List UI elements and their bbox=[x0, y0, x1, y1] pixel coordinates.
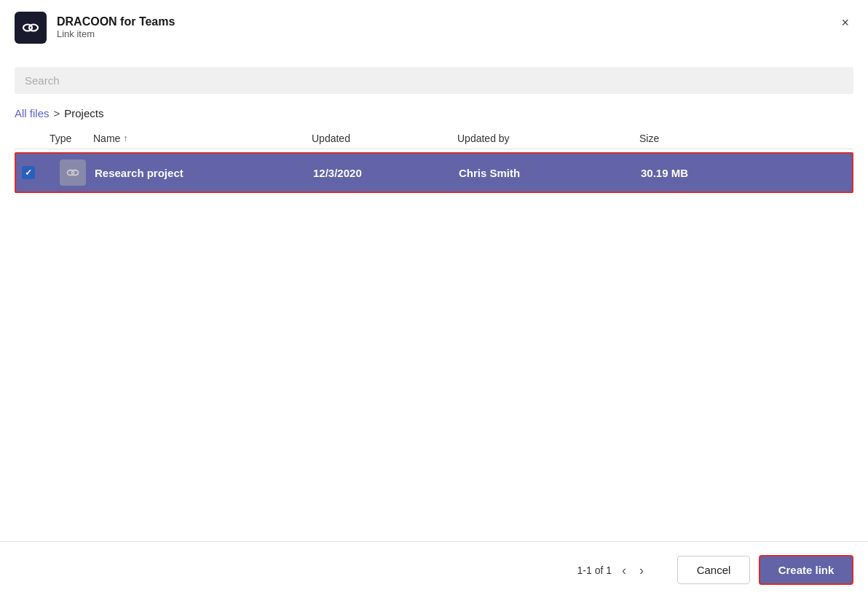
breadcrumb-all-files[interactable]: All files bbox=[15, 107, 50, 119]
row-size: 30.19 MB bbox=[641, 167, 750, 179]
search-area bbox=[0, 54, 868, 104]
row-updated-by: Chris Smith bbox=[459, 167, 641, 179]
pagination: 1-1 of 1 ‹ › bbox=[577, 562, 647, 578]
create-link-button[interactable]: Create link bbox=[759, 555, 853, 585]
app-logo bbox=[15, 12, 47, 44]
close-button[interactable]: × bbox=[837, 13, 853, 32]
col-header-updated-by: Updated by bbox=[457, 133, 639, 144]
col-header-checkbox bbox=[20, 133, 50, 144]
footer: 1-1 of 1 ‹ › Cancel Create link bbox=[0, 542, 868, 598]
row-name: Research project bbox=[95, 167, 313, 179]
breadcrumb: All files > Projects bbox=[0, 104, 868, 128]
col-header-updated: Updated bbox=[312, 133, 457, 144]
pagination-label: 1-1 of 1 bbox=[577, 564, 612, 576]
cancel-button[interactable]: Cancel bbox=[677, 556, 750, 584]
dialog-subtitle: Link item bbox=[57, 28, 175, 41]
pagination-next[interactable]: › bbox=[636, 562, 647, 578]
table-area: Type Name ↑ Updated Updated by Size bbox=[0, 128, 868, 541]
table-row[interactable]: Research project 12/3/2020 Chris Smith 3… bbox=[15, 152, 853, 193]
col-header-name[interactable]: Name ↑ bbox=[93, 133, 312, 144]
header-text: DRACOON for Teams Link item bbox=[57, 15, 175, 41]
svg-point-1 bbox=[29, 25, 38, 31]
breadcrumb-separator: > bbox=[54, 107, 60, 119]
row-type-cell bbox=[51, 160, 95, 186]
checkbox-checked[interactable] bbox=[22, 166, 35, 179]
row-updated: 12/3/2020 bbox=[313, 167, 459, 179]
dialog: DRACOON for Teams Link item × All files … bbox=[0, 0, 868, 598]
row-checkbox-cell bbox=[22, 166, 51, 179]
sort-icon: ↑ bbox=[123, 133, 127, 143]
svg-point-3 bbox=[72, 170, 79, 176]
col-header-size: Size bbox=[639, 133, 749, 144]
app-title: DRACOON for Teams bbox=[57, 15, 175, 28]
breadcrumb-current: Projects bbox=[64, 107, 103, 119]
search-input[interactable] bbox=[15, 67, 853, 94]
file-icon bbox=[60, 160, 86, 186]
pagination-prev[interactable]: ‹ bbox=[619, 562, 629, 578]
col-header-type: Type bbox=[50, 133, 93, 144]
dialog-header: DRACOON for Teams Link item × bbox=[0, 0, 868, 54]
table-header: Type Name ↑ Updated Updated by Size bbox=[15, 128, 853, 149]
